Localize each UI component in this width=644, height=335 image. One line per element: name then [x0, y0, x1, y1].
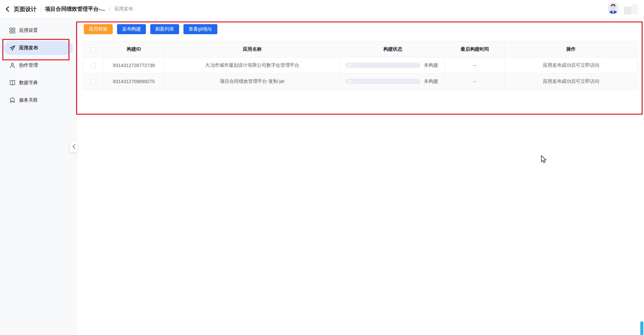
table-header-row: 构建ID 应用名称 构建状态 最后构建时间 操作 [83, 42, 638, 57]
sidebar-collapse-button[interactable] [70, 141, 78, 152]
sidebar-item-app-publish[interactable]: 应用发布 [4, 41, 73, 55]
status-badge: 未构建 [424, 78, 438, 85]
cell-app-name: 大冶市城市规划设计有限公司数字化管理平台 [164, 57, 341, 73]
cell-app-name: 项目合同绩效管理平台-复制-jar [164, 73, 341, 90]
progress-label: 0% [345, 79, 353, 83]
breadcrumb: 页面设计 项目合同绩效管理平台-... / 应用发布 [5, 5, 133, 13]
cell-last-build-time: -- [445, 73, 505, 90]
sidebar-item-label: 应用设置 [19, 27, 38, 34]
user-icon [9, 62, 15, 68]
progress-bar: 0% [345, 63, 421, 68]
sidebar-item-label: 应用发布 [19, 45, 38, 51]
col-last-build-time: 最后构建时间 [445, 42, 505, 57]
chevron-left-icon [72, 144, 75, 149]
cell-build-id: 8314312709898275 [104, 73, 164, 90]
row-checkbox[interactable] [91, 63, 96, 68]
apps-grid-icon [9, 27, 15, 34]
cell-build-id: 8314312728772739 [104, 57, 164, 73]
table-row: 8314312709898275 项目合同绩效管理平台-复制-jar 0% 未构… [83, 73, 638, 90]
progress-label: 0% [345, 63, 353, 67]
col-actions: 操作 [505, 42, 638, 57]
col-build-id: 构建ID [104, 42, 164, 57]
publish-build-button[interactable]: 发布构建 [117, 24, 146, 34]
cell-last-build-time: -- [445, 57, 505, 73]
select-all-cell [83, 42, 104, 57]
placeholder-block [631, 4, 638, 14]
app-verify-button[interactable]: 应用校验 [84, 24, 113, 34]
breadcrumb-page-design[interactable]: 页面设计 [14, 5, 37, 13]
sidebar-item-service-links[interactable]: 服务关联 [4, 93, 73, 107]
refresh-list-button[interactable]: 刷新列表 [150, 24, 179, 34]
row-checkbox[interactable] [91, 79, 96, 84]
status-badge: 未构建 [424, 62, 438, 68]
breadcrumb-slash: / [109, 6, 110, 12]
sidebar-item-app-settings[interactable]: 应用设置 [4, 23, 73, 38]
header-right [607, 0, 638, 18]
table-row: 8314312728772739 大冶市城市规划设计有限公司数字化管理平台 0%… [83, 57, 638, 73]
view-git-url-button[interactable]: 查看git地址 [183, 24, 217, 34]
cloud-nodes-icon [9, 97, 15, 103]
select-all-checkbox[interactable] [91, 47, 96, 52]
avatar[interactable] [607, 2, 619, 14]
breadcrumb-project[interactable]: 项目合同绩效管理平台-... [45, 6, 105, 13]
progress-bar: 0% [345, 79, 421, 84]
back-chevron-icon[interactable] [5, 6, 10, 12]
sidebar-item-label: 服务关联 [19, 97, 38, 103]
sidebar: 应用设置 应用发布 协作管理 [0, 19, 77, 335]
cell-action-note: 应用发布成功后可立即访问 [505, 73, 638, 90]
breadcrumb-divider [41, 6, 41, 12]
placeholder-block [624, 7, 631, 14]
col-build-status: 构建状态 [341, 42, 445, 57]
book-icon [9, 80, 15, 86]
col-app-name: 应用名称 [164, 42, 341, 57]
cell-build-status: 0% 未构建 [341, 57, 445, 73]
top-header: 页面设计 项目合同绩效管理平台-... / 应用发布 [0, 0, 644, 18]
main-content: 应用校验 发布构建 刷新列表 查看git地址 构建ID 应用名称 构建状态 最后… [77, 19, 644, 335]
scrollbar-thumb[interactable] [640, 321, 643, 335]
breadcrumb-current: 应用发布 [114, 6, 133, 12]
cell-action-note: 应用发布成功后可立即访问 [505, 57, 638, 73]
sidebar-item-collaboration[interactable]: 协作管理 [4, 58, 73, 72]
sidebar-item-label: 数据字典 [19, 80, 38, 86]
cell-build-status: 0% 未构建 [341, 73, 445, 90]
sidebar-nav: 应用设置 应用发布 协作管理 [0, 19, 76, 107]
build-table: 构建ID 应用名称 构建状态 最后构建时间 操作 831431272877273… [83, 41, 637, 90]
paper-plane-icon [9, 45, 15, 51]
sidebar-item-label: 协作管理 [19, 62, 38, 68]
toolbar: 应用校验 发布构建 刷新列表 查看git地址 [84, 24, 217, 34]
sidebar-item-data-dictionary[interactable]: 数据字典 [4, 76, 73, 90]
